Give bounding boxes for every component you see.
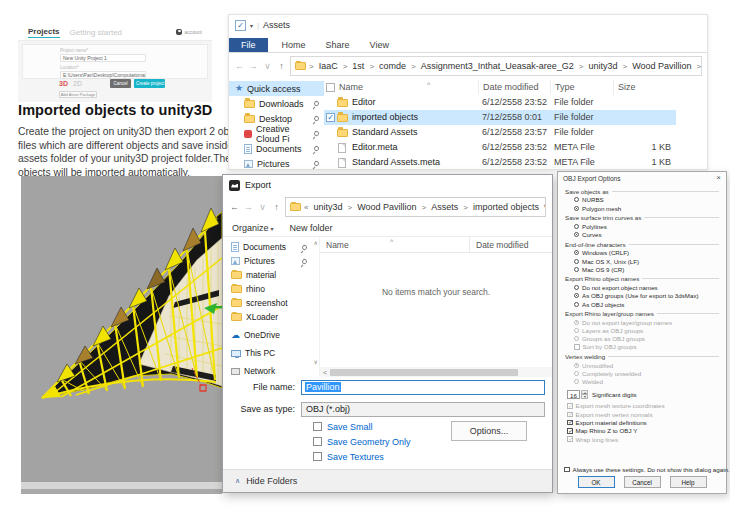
- create-project-button[interactable]: Create project: [134, 79, 165, 88]
- sidebar-item-this-pc[interactable]: This PC: [223, 346, 319, 360]
- breadcrumb-1st[interactable]: 1st: [350, 61, 366, 71]
- column-header-date[interactable]: Date modified: [478, 80, 550, 95]
- file-row-editor-meta[interactable]: Editor.meta 6/12/2558 23:52 META File 1 …: [324, 140, 676, 155]
- breadcrumb-imported-objects[interactable]: imported objects: [471, 202, 541, 212]
- always-use-settings-checkbox[interactable]: Always use these settings. Do not show t…: [564, 466, 730, 473]
- forward-icon[interactable]: →: [248, 61, 259, 71]
- back-icon[interactable]: ←: [234, 61, 245, 71]
- recent-dropdown-icon[interactable]: ∨: [257, 202, 268, 212]
- column-header-name[interactable]: Name^: [335, 80, 478, 95]
- rhino-viewport[interactable]: [21, 176, 222, 494]
- breadcrumb-wood-pavillion[interactable]: Wood Pavillion: [355, 202, 418, 212]
- save-geometry-only-checkbox[interactable]: Save Geometry Only: [313, 434, 411, 449]
- file-name-input[interactable]: Pavillion: [301, 380, 545, 395]
- save-textures-checkbox[interactable]: Save Textures: [313, 449, 411, 464]
- radio-mac9-cr[interactable]: Mac OS 9 (CR): [565, 265, 719, 273]
- up-icon[interactable]: ↑: [276, 61, 287, 71]
- spin-down-icon[interactable]: [581, 394, 588, 399]
- qat-dropdown-icon[interactable]: ▾: [250, 22, 253, 29]
- breadcrumb-unity3d[interactable]: unity3d: [311, 202, 344, 212]
- sidebar-item-quick-access[interactable]: ★ Quick access: [229, 81, 324, 96]
- radio-polylines[interactable]: Polylines: [565, 222, 719, 230]
- save-as-type-select[interactable]: OBJ (*.obj): [301, 402, 545, 417]
- address-bar[interactable]: > IaaC > 1st > comde > Assignment3_Intha…: [290, 56, 702, 76]
- significant-digits-input[interactable]: 16: [567, 390, 580, 399]
- scroll-down-icon[interactable]: ∨: [314, 358, 318, 365]
- back-icon[interactable]: ←: [229, 202, 240, 212]
- checkbox-map-rhino-z-to-obj-y[interactable]: Map Rhino Z to OBJ Y: [565, 427, 719, 435]
- address-bar[interactable]: « unity3d > Wood Pavillion > Assets > im…: [285, 197, 546, 217]
- toggle-3d[interactable]: 3D: [59, 80, 68, 87]
- obj-export-options-dialog: OBJ Export Options × Save objects as NUR…: [557, 171, 727, 494]
- radio-polygon-mesh[interactable]: Polygon mesh: [565, 204, 719, 212]
- checkbox-export-material-definitions[interactable]: Export material definitions: [565, 418, 719, 426]
- add-asset-package-button[interactable]: Add Asset Package: [59, 91, 97, 98]
- radio-mac-unix-lf[interactable]: Mac OS X, Unix (LF): [565, 257, 719, 265]
- address-dropdown-icon[interactable]: ∨: [543, 202, 546, 212]
- radio-no-object-names[interactable]: Do not export object names: [565, 283, 719, 291]
- breadcrumb-assignment[interactable]: Assignment3_Inthat_Ueasak-aree_G2: [419, 61, 576, 71]
- scroll-up-icon[interactable]: ∧: [314, 239, 318, 246]
- help-button[interactable]: Help: [670, 476, 707, 488]
- file-row-imported-objects[interactable]: ✓ imported objects 7/12/2558 0:01 File f…: [324, 110, 676, 125]
- sidebar-item-xloader[interactable]: XLoader: [223, 310, 319, 324]
- breadcrumb-comde[interactable]: comde: [377, 61, 408, 71]
- recent-dropdown-icon[interactable]: ∨: [262, 61, 273, 71]
- organize-menu[interactable]: Organize▾: [232, 223, 274, 233]
- sidebar-item-material[interactable]: material: [223, 268, 319, 282]
- close-icon[interactable]: ×: [716, 174, 721, 182]
- sidebar-item-creative-cloud[interactable]: Creative Cloud Fi: [229, 126, 324, 141]
- radio-as-obj-objects[interactable]: As OBJ objects: [565, 300, 719, 308]
- sidebar-item-pictures[interactable]: Pictures: [229, 156, 324, 171]
- ribbon-tab-home[interactable]: Home: [272, 38, 316, 52]
- radio-windows-crlf[interactable]: Windows (CRLF): [565, 249, 719, 257]
- breadcrumb-unity3d[interactable]: unity3d: [587, 61, 620, 71]
- location-input[interactable]: E:\Users\Pan\Desktop\ComputationalAssign…: [60, 71, 146, 79]
- sidebar-item-network[interactable]: Network: [223, 364, 319, 378]
- file-row-standard-assets[interactable]: Standard Assets 6/12/2558 23:57 File fol…: [324, 125, 676, 140]
- horizontal-scrollbar[interactable]: <: [320, 367, 552, 377]
- save-small-checkbox[interactable]: Save Small: [313, 419, 411, 434]
- sidebar-item-pictures[interactable]: Pictures: [223, 254, 319, 268]
- ribbon-tab-share[interactable]: Share: [316, 38, 360, 52]
- up-icon[interactable]: ↑: [271, 202, 282, 212]
- breadcrumb-wood-pavillion[interactable]: Wood Pavillion: [630, 61, 693, 71]
- sidebar-label: Pictures: [257, 159, 290, 169]
- tab-getting-started[interactable]: Getting started: [70, 28, 122, 37]
- column-header-size[interactable]: Size: [613, 80, 673, 95]
- breadcrumb-assets[interactable]: Assets: [429, 202, 460, 212]
- options-button[interactable]: Options...: [451, 421, 527, 441]
- ribbon-tab-file[interactable]: File: [229, 38, 268, 52]
- file-row-editor[interactable]: Editor 6/12/2558 23:52 File folder: [324, 95, 676, 110]
- breadcrumb-prefix[interactable]: «: [303, 203, 309, 212]
- radio-as-obj-groups[interactable]: As OBJ groups (Use for export to 3dsMax): [565, 292, 719, 300]
- sidebar-item-downloads[interactable]: Downloads: [229, 96, 324, 111]
- radio-curves[interactable]: Curves: [565, 230, 719, 238]
- spinner-stepper[interactable]: [581, 390, 588, 399]
- hide-folders-button[interactable]: Hide Folders: [246, 476, 297, 486]
- column-header-type[interactable]: Type: [550, 80, 613, 95]
- sidebar-item-documents[interactable]: Documents: [223, 240, 319, 254]
- scrollbar-thumb[interactable]: [330, 369, 518, 376]
- new-folder-button[interactable]: New folder: [290, 223, 333, 233]
- cancel-button[interactable]: Cancel: [624, 476, 661, 488]
- account-button[interactable]: account: [176, 29, 202, 35]
- cancel-button[interactable]: Cancel: [110, 79, 131, 88]
- column-header-name[interactable]: Name^: [320, 237, 470, 252]
- toggle-2d[interactable]: 2D: [73, 80, 82, 87]
- column-header-date[interactable]: Date modified: [470, 237, 552, 252]
- file-row-standard-assets-meta[interactable]: Standard Assets.meta 6/12/2558 23:52 MET…: [324, 155, 676, 170]
- select-all-checkbox[interactable]: [326, 83, 335, 92]
- scroll-left-icon[interactable]: <: [320, 369, 330, 376]
- forward-icon[interactable]: →: [243, 202, 254, 212]
- sidebar-item-onedrive[interactable]: ☁OneDrive: [223, 328, 319, 342]
- row-checkbox[interactable]: ✓: [326, 113, 335, 122]
- breadcrumb-iaac[interactable]: IaaC: [317, 61, 340, 71]
- radio-nurbs[interactable]: NURBS: [565, 196, 719, 204]
- sidebar-item-rhino[interactable]: rhino: [223, 282, 319, 296]
- ribbon-tab-view[interactable]: View: [360, 38, 399, 52]
- sidebar-item-screenshot[interactable]: screenshot: [223, 296, 319, 310]
- tab-projects[interactable]: Projects: [28, 27, 60, 38]
- ok-button[interactable]: OK: [578, 476, 615, 488]
- project-name-input[interactable]: New Unity Project 1: [60, 54, 146, 62]
